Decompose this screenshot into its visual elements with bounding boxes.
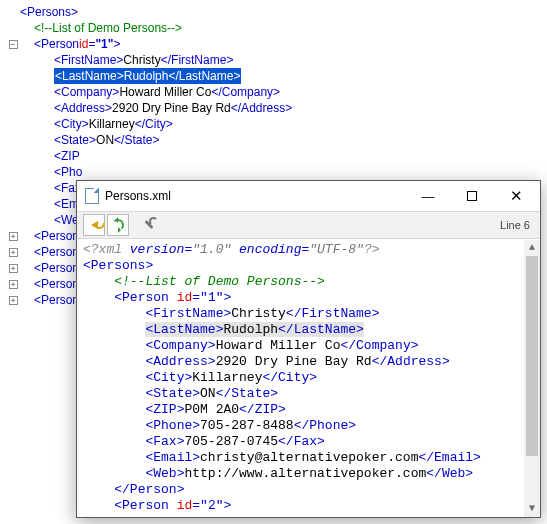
titlebar[interactable]: Persons.xml — ✕ [77,181,540,211]
undo-icon [91,221,98,229]
tree-row-selected[interactable]: <LastName>Rudolph</LastName> [6,68,547,84]
tree-row[interactable]: <ZIP [6,148,547,164]
tree-row[interactable]: <City>Killarney</City> [6,116,547,132]
expand-icon[interactable]: + [9,232,18,241]
toolbar: Line 6 [77,211,540,239]
refresh-button[interactable] [107,214,129,236]
document-icon [85,188,99,204]
undo-button[interactable] [83,214,105,236]
tree-row[interactable]: <Address>2920 Dry Pine Bay Rd</Address> [6,100,547,116]
line-indicator: Line 6 [500,219,534,231]
expand-icon[interactable]: + [9,264,18,273]
scroll-down-button[interactable]: ▼ [524,501,540,517]
scroll-thumb[interactable] [526,256,538,456]
refresh-icon [112,219,124,231]
vertical-scrollbar[interactable]: ▲ ▼ [524,240,540,517]
minimize-button[interactable]: — [406,182,450,210]
tree-row[interactable]: <Persons> [6,4,547,20]
collapse-icon[interactable]: − [9,40,18,49]
tree-row[interactable]: <Company>Howard Miller Co</Company> [6,84,547,100]
wrench-icon [144,219,156,231]
tree-row[interactable]: <State>ON</State> [6,132,547,148]
maximize-button[interactable] [450,182,494,210]
tree-row[interactable]: <!--List of Demo Persons--> [6,20,547,36]
expand-icon[interactable]: + [9,280,18,289]
source-window: Persons.xml — ✕ Line 6 <?xml version="1.… [76,180,541,518]
scroll-up-button[interactable]: ▲ [524,240,540,256]
settings-button[interactable] [139,214,161,236]
close-button[interactable]: ✕ [494,182,538,210]
window-title: Persons.xml [105,189,171,203]
expand-icon[interactable]: + [9,248,18,257]
source-editor[interactable]: <?xml version="1.0" encoding="UTF-8"?> <… [77,240,540,517]
tree-row[interactable]: <FirstName>Christy</FirstName> [6,52,547,68]
expand-icon[interactable]: + [9,296,18,305]
tree-row[interactable]: − <Person id="1"> [6,36,547,52]
tree-row[interactable]: <Pho [6,164,547,180]
